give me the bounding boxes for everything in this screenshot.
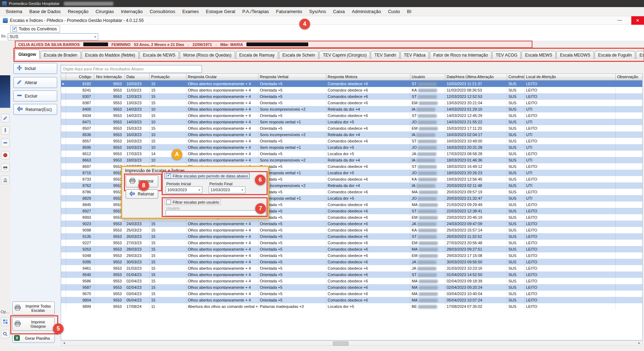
tab-escala-meows[interactable]: Escala MEOWS (556, 51, 594, 59)
print-all-scales-button[interactable]: Imprimir TodasEscalas (12, 302, 55, 315)
table-row[interactable]: 8434955314/03/2315Olhos abertos espontan… (61, 112, 642, 119)
scroll-left-arrow-icon[interactable]: ◄ (61, 341, 67, 345)
menu-item-sistema[interactable]: Sistema (2, 7, 26, 16)
include-button[interactable]: Incluir (13, 63, 57, 74)
collapsed-panel-tab-bottom[interactable]: Op... (1, 310, 9, 314)
close-button[interactable]: ✕ (631, 16, 644, 25)
table-row[interactable]: 8612955317/03/2314Olhos abertos espontan… (61, 151, 642, 157)
tab-escala-de-braden[interactable]: Escala de Braden (40, 51, 81, 59)
collapsed-panel-tab-top[interactable]: Be... (1, 34, 9, 38)
table-row[interactable]: 8405955314/03/2310Olhos abertos espontan… (61, 106, 642, 112)
menu-item-sys-ans[interactable]: Sys/Ans (306, 7, 330, 16)
table-row[interactable]: 9540955301/04/2315Olhos abertos espontan… (61, 271, 642, 278)
table-row[interactable]: 8471955314/03/2310Olhos abertos espontan… (61, 119, 642, 125)
print-glasgow-button[interactable]: ImprimirGlasgow (12, 317, 55, 331)
period-filter-caption[interactable]: Filtrar escalas pelo período de datas ab… (165, 173, 250, 179)
horizontal-scrollbar[interactable]: ◄ ► (61, 340, 643, 346)
table-row[interactable]: 9263955328/03/2315Olhos abertos espontan… (61, 246, 642, 252)
menu-item-custo[interactable]: Custo (384, 7, 404, 16)
menu-item-bi[interactable]: BI (404, 7, 415, 16)
brush-icon[interactable] (1, 126, 10, 135)
tab-tev-caprini-cir-rgico[interactable]: TEV Caprini (Cirúrgico) (319, 51, 370, 59)
table-row[interactable]: 9098955325/03/2315Olhos abertos espontan… (61, 227, 642, 233)
table-row[interactable]: 9348955329/03/2315Olhos abertos espontan… (61, 252, 642, 259)
table-row[interactable]: 9227955327/03/2315Olhos abertos espontan… (61, 240, 642, 246)
generate-spreadsheet-button[interactable]: Gerar Planilha (12, 334, 55, 343)
tab-escala-de-fugulin[interactable]: Escala de Fugulin (595, 51, 635, 59)
tab-morse-risco-de-quedas[interactable]: Morse (Risco de Quedas) (180, 51, 235, 59)
column-header-data[interactable]: Data (125, 74, 150, 81)
menu-item-recep-o[interactable]: Recepção (64, 7, 92, 16)
column-header-usu-rio[interactable]: Usuário (410, 74, 445, 81)
alter-button[interactable]: Alterar (13, 77, 57, 88)
record-icon[interactable] (1, 151, 10, 159)
bank-icon[interactable] (1, 176, 10, 184)
menu-item-estoque-geral[interactable]: Estoque Geral (202, 7, 239, 16)
tab-escala-de-schein[interactable]: Escala de Schein (279, 51, 319, 59)
table-row[interactable]: ►8182955310/03/2315Olhos abertos esponta… (61, 81, 642, 87)
menu-item-exames[interactable]: Exames (179, 7, 202, 16)
dialog-return-button[interactable]: Retornar (126, 189, 158, 199)
print-small-icon[interactable] (1, 163, 10, 172)
column-header-indicator[interactable] (61, 74, 66, 81)
tab-tev-acog[interactable]: TEV ACOG (492, 51, 521, 59)
tab-escala-de-rass[interactable]: Escala de RASS (636, 51, 644, 59)
minimize-button[interactable]: — (614, 16, 626, 25)
table-row[interactable]: 8507955315/03/2315Olhos abertos espontan… (61, 125, 642, 131)
table-row[interactable]: 9899955317/08/2411Abertura dos olhos ao … (61, 303, 642, 310)
table-row[interactable]: 8241955311/03/2315Olhos abertos espontan… (61, 87, 642, 93)
menu-item-consult-rios[interactable]: Consultórios (146, 7, 179, 16)
period-end-select[interactable]: 13/03/2023 (209, 186, 245, 193)
column-header-conv-nio[interactable]: Convênio (507, 74, 525, 81)
table-row[interactable]: 9587955302/04/2315Olhos abertos espontan… (61, 284, 642, 291)
scrollbar-thumb[interactable] (333, 341, 348, 346)
table-row[interactable]: 8536955316/03/2310Olhos abertos espontan… (61, 131, 642, 138)
column-header-local-de-aferi-o[interactable]: Local de Aferição (525, 74, 616, 81)
table-row[interactable]: 8557955316/03/2315Olhos abertos espontan… (61, 138, 642, 144)
pencil-icon[interactable] (1, 114, 10, 122)
table-row[interactable]: 9395955330/03/2315Olhos abertos espontan… (61, 259, 642, 265)
user-filter-checkbox[interactable] (166, 200, 171, 204)
table-row[interactable]: 8663955318/03/2310Olhos abertos espontan… (61, 157, 642, 163)
minus-icon[interactable] (1, 139, 10, 147)
user-input[interactable] (166, 210, 266, 216)
table-row[interactable]: 9023955324/03/2315Olhos abertos espontan… (61, 221, 642, 227)
scroll-right-arrow-icon[interactable]: ► (637, 341, 642, 345)
menu-item-caixa[interactable]: Caixa (329, 7, 348, 16)
table-row[interactable]: 9670955303/04/2315Olhos abertos espontan… (61, 291, 642, 297)
return-button[interactable]: Retornar(Esc) (13, 104, 57, 115)
all-convenios-checkbox-group[interactable]: Todos os Convênios (10, 25, 60, 33)
menu-item-interna-o[interactable]: Internação (117, 7, 146, 16)
tab-escala-de-news[interactable]: Escala de NEWS (139, 51, 179, 59)
tab-fator-de-risco-na-interna-o[interactable]: Fator de Risco na Internação (430, 51, 491, 59)
column-header-nro-interna-o[interactable]: Nro Internação (94, 74, 125, 81)
search-icon[interactable] (1, 330, 10, 338)
tab-tev-sandri[interactable]: TEV Sandri (371, 51, 399, 59)
menu-item-p-a-terapias[interactable]: P.A./Terapias (239, 7, 273, 16)
tab-tev-p-dua[interactable]: TEV Pádua (400, 51, 429, 59)
menu-item-faturamento[interactable]: Faturamento (273, 7, 306, 16)
column-header-pontua-o[interactable]: Pontuação (150, 74, 186, 81)
tab-escala-mews[interactable]: Escala MEWS (521, 51, 556, 59)
menu-item-administra-o[interactable]: Administração (348, 7, 384, 16)
results-filter-input[interactable] (61, 65, 202, 73)
table-row[interactable]: 8387955313/03/2315Olhos abertos espontan… (61, 100, 642, 106)
menu-item-cirurgias[interactable]: Cirurgias (92, 7, 117, 16)
column-header-data-hora-ltima-altera-o[interactable]: Data/Hora Última Alteração (445, 74, 507, 81)
period-start-select[interactable]: 10/03/2023 (166, 186, 202, 193)
tab-glasgow[interactable]: Glasgow (15, 49, 40, 59)
table-row[interactable]: 9804955305/04/2315Olhos abertos espontan… (61, 297, 642, 303)
column-header-c-digo[interactable]: Código (66, 74, 94, 81)
column-header-resposta-ocular[interactable]: Resposta Ocular (186, 74, 258, 81)
menu-item-base-de-dados[interactable]: Base de Dados (26, 7, 64, 16)
tab-escala-do-maddox-flebite[interactable]: Escala do Maddox (flebite) (82, 51, 139, 59)
period-filter-checkbox[interactable] (166, 174, 171, 178)
table-row[interactable]: 9586955302/04/2315Olhos abertos espontan… (61, 278, 642, 284)
tab-escala-de-ramsay[interactable]: Escala de Ramsay (236, 51, 278, 59)
table-row[interactable]: 8595955316/03/2310Olhos abertos espontan… (61, 144, 642, 151)
convenio-select[interactable]: SUS (8, 33, 98, 40)
column-header-observa-o[interactable]: Observação (616, 74, 642, 81)
user-filter-caption[interactable]: Filtrar escalas pelo usuário (165, 199, 221, 205)
table-row[interactable]: 9135955326/03/2315Olhos abertos espontan… (61, 233, 642, 240)
column-header-resposta-motora[interactable]: Resposta Motora (326, 74, 410, 81)
